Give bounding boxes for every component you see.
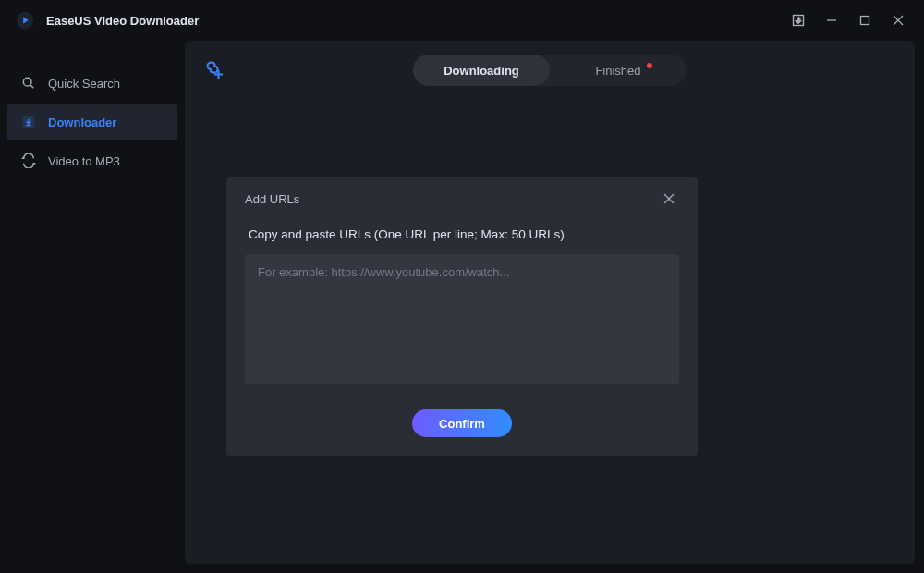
tab-bar: Downloading Finished [413, 55, 687, 86]
maximize-button[interactable] [848, 6, 881, 34]
download-icon [20, 114, 37, 130]
gift-button[interactable] [782, 6, 815, 34]
titlebar: EaseUS Video Downloader [0, 0, 924, 41]
app-logo-icon [15, 10, 35, 30]
add-urls-modal: Add URLs Copy and paste URLs (One URL pe… [226, 177, 698, 456]
modal-instruction: Copy and paste URLs (One URL per line; M… [245, 227, 679, 241]
tab-label: Downloading [444, 64, 519, 78]
sidebar-item-label: Downloader [48, 116, 116, 129]
close-button[interactable] [881, 6, 915, 34]
sidebar-item-quick-search[interactable]: Quick Search [7, 65, 177, 102]
confirm-button[interactable]: Confirm [412, 409, 512, 437]
tab-downloading[interactable]: Downloading [413, 55, 550, 86]
notification-dot-icon [647, 63, 652, 68]
window-controls [782, 6, 915, 34]
url-input[interactable] [245, 254, 679, 384]
add-urls-icon[interactable] [203, 59, 225, 81]
sidebar-item-video-to-mp3[interactable]: Video to MP3 [7, 142, 177, 179]
svg-rect-6 [861, 17, 869, 25]
search-icon [20, 75, 37, 91]
app-title: EaseUS Video Downloader [46, 14, 199, 28]
modal-close-button[interactable] [659, 189, 679, 209]
minimize-button[interactable] [815, 6, 848, 34]
convert-icon [20, 152, 37, 169]
sidebar-item-label: Video to MP3 [48, 154, 120, 168]
tab-finished[interactable]: Finished [550, 55, 687, 86]
sidebar-item-label: Quick Search [48, 77, 120, 91]
modal-title: Add URLs [245, 192, 299, 206]
tab-label: Finished [595, 64, 640, 78]
sidebar: Quick Search Downloader Video to MP3 [0, 41, 185, 573]
sidebar-item-downloader[interactable]: Downloader [7, 104, 177, 140]
svg-point-9 [23, 78, 31, 86]
svg-line-10 [30, 85, 33, 88]
